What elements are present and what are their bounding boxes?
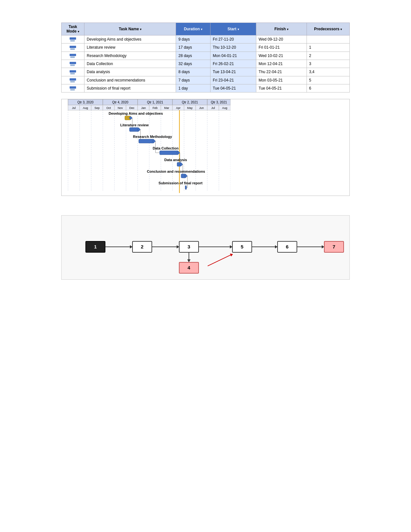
- gantt-chart: Qtr 3, 2020Qtr 4, 2020Qtr 1, 2021Qtr 2, …: [61, 99, 350, 196]
- svg-line-104: [208, 255, 230, 266]
- svg-text:Data Collection: Data Collection: [153, 146, 179, 150]
- svg-text:1: 1: [94, 244, 97, 249]
- task-mode-icon: [70, 54, 76, 58]
- task-pred-cell: 3,4: [307, 68, 349, 76]
- svg-marker-93: [130, 245, 132, 248]
- task-finish-cell: Fri 01-01-21: [256, 44, 307, 52]
- svg-text:7: 7: [333, 244, 335, 249]
- svg-rect-91: [185, 186, 187, 189]
- svg-text:Jul: Jul: [211, 106, 215, 110]
- task-finish-cell: Wed 10-02-21: [256, 52, 307, 60]
- svg-text:Jun: Jun: [199, 106, 204, 110]
- task-finish-cell: Thu 22-04-21: [256, 68, 307, 76]
- task-name-cell: Data analysis: [84, 68, 176, 76]
- task-mode-icon: [70, 86, 76, 91]
- col-header-duration[interactable]: Duration ▾: [176, 23, 210, 35]
- task-mode-icon: [70, 62, 76, 66]
- task-duration-cell: 17 days: [176, 44, 210, 52]
- task-duration-cell: 28 days: [176, 52, 210, 60]
- task-name-cell: Conclusion and recommendations: [84, 76, 176, 84]
- svg-marker-99: [275, 245, 278, 248]
- task-name-cell: Submission of final report: [84, 84, 176, 92]
- svg-marker-95: [177, 245, 179, 248]
- svg-text:Qtr 3, 2020: Qtr 3, 2020: [77, 101, 93, 104]
- svg-text:Developing Aims and objectives: Developing Aims and objectives: [109, 111, 163, 115]
- task-finish-cell: Tue 04-05-21: [256, 84, 307, 92]
- svg-text:Sep: Sep: [94, 106, 100, 110]
- svg-text:4: 4: [188, 265, 191, 270]
- table-row: Data Collection32 daysFri 26-02-21Mon 12…: [62, 60, 350, 68]
- svg-text:Dec: Dec: [129, 106, 135, 110]
- svg-marker-103: [187, 259, 191, 262]
- svg-text:Jan: Jan: [141, 106, 146, 110]
- gantt-table: TaskMode ▾ Task Name ▾ Duration ▾ Start …: [61, 23, 350, 92]
- task-duration-cell: 1 day: [176, 84, 210, 92]
- table-row: Data analysis8 daysTue 13-04-21Thu 22-04…: [62, 68, 350, 76]
- svg-text:Qtr 4, 2020: Qtr 4, 2020: [112, 101, 128, 104]
- task-mode-cell: [62, 76, 84, 84]
- col-header-pred[interactable]: Predecessors ▾: [307, 23, 349, 35]
- svg-text:6: 6: [286, 244, 289, 249]
- svg-text:Nov: Nov: [118, 106, 123, 110]
- task-duration-cell: 9 days: [176, 35, 210, 44]
- task-name-cell: Literature review: [84, 44, 176, 52]
- task-duration-cell: 7 days: [176, 76, 210, 84]
- task-pred-cell: 5: [307, 76, 349, 84]
- table-row: Developing Aims and objectives9 daysFri …: [62, 35, 350, 44]
- svg-text:Literature review: Literature review: [120, 123, 149, 127]
- svg-text:Qtr 2, 2021: Qtr 2, 2021: [182, 101, 198, 104]
- network-svg: 1234567: [68, 225, 358, 277]
- svg-text:Conclusion and recommendations: Conclusion and recommendations: [147, 169, 205, 173]
- task-pred-cell: 3: [307, 60, 349, 68]
- table-row: Literature review17 daysThu 10-12-20Fri …: [62, 44, 350, 52]
- task-mode-icon: [70, 70, 76, 74]
- table-row: Conclusion and recommendations7 daysFri …: [62, 76, 350, 84]
- task-name-cell: Data Collection: [84, 60, 176, 68]
- gantt-table-container: TaskMode ▾ Task Name ▾ Duration ▾ Start …: [61, 23, 350, 92]
- task-duration-cell: 8 days: [176, 68, 210, 76]
- task-mode-cell: [62, 35, 84, 44]
- task-mode-cell: [62, 44, 84, 52]
- svg-text:Research Methodology: Research Methodology: [133, 135, 172, 139]
- task-mode-icon: [70, 78, 76, 82]
- task-pred-cell: [307, 35, 349, 44]
- task-name-cell: Developing Aims and objectives: [84, 35, 176, 44]
- task-mode-cell: [62, 68, 84, 76]
- svg-text:May: May: [187, 106, 193, 110]
- task-start-cell: Fri 27-11-20: [210, 35, 256, 44]
- gantt-svg: Qtr 3, 2020Qtr 4, 2020Qtr 1, 2021Qtr 2, …: [62, 99, 230, 195]
- col-header-name[interactable]: Task Name ▾: [84, 23, 176, 35]
- col-header-start[interactable]: Start ▾: [210, 23, 256, 35]
- task-start-cell: Mon 04-01-21: [210, 52, 256, 60]
- task-pred-cell: 6: [307, 84, 349, 92]
- svg-marker-101: [322, 245, 324, 248]
- svg-text:Data analysis: Data analysis: [164, 158, 187, 162]
- svg-marker-97: [230, 245, 232, 248]
- col-header-finish[interactable]: Finish ▾: [256, 23, 307, 35]
- task-finish-cell: Mon 12-04-21: [256, 60, 307, 68]
- svg-text:Mar: Mar: [164, 106, 169, 110]
- col-header-mode[interactable]: TaskMode ▾: [62, 23, 84, 35]
- table-row: Research Methodology28 daysMon 04-01-21W…: [62, 52, 350, 60]
- task-duration-cell: 32 days: [176, 60, 210, 68]
- svg-text:Aug: Aug: [222, 106, 227, 110]
- svg-rect-73: [160, 151, 178, 155]
- task-start-cell: Thu 10-12-20: [210, 44, 256, 52]
- svg-text:Oct: Oct: [106, 106, 111, 110]
- task-pred-cell: 2: [307, 52, 349, 60]
- task-start-cell: Fri 26-02-21: [210, 60, 256, 68]
- svg-text:Feb: Feb: [152, 106, 158, 110]
- svg-text:Submission of final report: Submission of final report: [159, 181, 203, 185]
- task-start-cell: Fri 23-04-21: [210, 76, 256, 84]
- task-pred-cell: 1: [307, 44, 349, 52]
- task-start-cell: Tue 04-05-21: [210, 84, 256, 92]
- task-name-cell: Research Methodology: [84, 52, 176, 60]
- network-diagram-section: 1234567: [61, 215, 350, 280]
- task-mode-cell: [62, 60, 84, 68]
- svg-text:Qtr 3, 2021: Qtr 3, 2021: [211, 101, 227, 104]
- table-row: Submission of final report1 dayTue 04-05…: [62, 84, 350, 92]
- svg-text:5: 5: [241, 244, 243, 249]
- task-mode-icon: [70, 37, 76, 42]
- svg-text:Qtr 1, 2021: Qtr 1, 2021: [147, 101, 163, 104]
- task-mode-cell: [62, 84, 84, 92]
